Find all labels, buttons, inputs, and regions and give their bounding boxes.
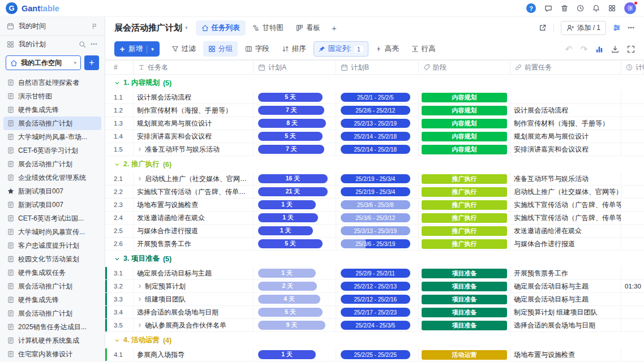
sidebar-project-item[interactable]: 企业绩效优化管理系统	[3, 171, 101, 184]
duration-bar[interactable]: 9 天	[258, 321, 325, 330]
date-range-bar[interactable]: 25/2/1 - 25/2/5	[341, 93, 410, 102]
stage-cell[interactable]: 内容规划	[419, 104, 510, 117]
expand-chevron-icon[interactable]	[137, 176, 143, 182]
date-range-bar[interactable]: 25/2/14 - 25/2/18	[341, 132, 410, 141]
task-name-cell[interactable]: 开展预售票务工作	[134, 238, 254, 250]
plan-b-cell[interactable]: 25/2/12 - 25/2/13	[336, 280, 419, 292]
add-workspace-button[interactable]: +	[84, 55, 99, 70]
plan-b-cell[interactable]: 25/2/9 - 25/2/11	[336, 267, 419, 279]
task-name-cell[interactable]: 参展商入场指导	[134, 348, 254, 361]
timer-cell[interactable]	[621, 238, 644, 250]
download-icon[interactable]	[611, 45, 619, 53]
duration-bar[interactable]: 5 天	[258, 308, 323, 317]
ganttable-logo[interactable]: G Ganttable	[6, 2, 59, 14]
plan-b-cell[interactable]: 25/2/17 - 25/2/23	[336, 306, 419, 318]
help-icon[interactable]: ?	[526, 3, 536, 13]
date-range-bar[interactable]: 25/3/13 - 25/3/19	[341, 226, 410, 235]
tab-gantt[interactable]: 甘特图	[247, 20, 290, 36]
notifications-icon[interactable]	[593, 5, 600, 12]
plan-a-cell[interactable]: 5 天	[254, 91, 336, 104]
stage-cell[interactable]: 推广执行	[419, 238, 510, 250]
date-range-bar[interactable]: 25/2/6 - 25/2/12	[341, 106, 410, 115]
plan-a-cell[interactable]: 5 天	[254, 130, 336, 143]
date-range-bar[interactable]: 25/3/6 - 25/3/12	[341, 213, 410, 222]
sort-button[interactable]: 排序	[277, 41, 311, 57]
plan-b-cell[interactable]: 25/2/1 - 25/2/5	[336, 91, 419, 104]
stage-cell[interactable]: 内容规划	[419, 91, 510, 104]
stage-cell[interactable]: 推广执行	[419, 199, 510, 211]
timer-cell[interactable]	[621, 319, 644, 331]
timer-cell[interactable]	[621, 117, 644, 130]
column-header-planA[interactable]: 计划A	[254, 61, 336, 74]
more-icon[interactable]: ⋯	[628, 24, 635, 32]
stage-cell[interactable]: 推广执行	[419, 212, 510, 224]
plan-b-cell[interactable]: 25/2/6 - 25/2/12	[336, 104, 419, 117]
stage-cell[interactable]: 推广执行	[419, 225, 510, 237]
predecessor-cell[interactable]: 确定展会活动目标与主题	[510, 293, 621, 305]
plan-a-cell[interactable]: 1 天	[254, 267, 336, 279]
timer-cell[interactable]	[621, 143, 644, 156]
predecessor-cell[interactable]: 启动线上推广（社交媒体、官网等）	[510, 186, 621, 198]
stage-cell[interactable]: 推广执行	[419, 186, 510, 198]
predecessor-cell[interactable]: 安排演讲嘉宾和会议议程	[510, 143, 621, 156]
date-range-bar[interactable]: 25/2/9 - 25/2/11	[341, 269, 410, 278]
duration-bar[interactable]: 1 天	[258, 213, 318, 222]
predecessor-cell[interactable]: 选择合适的展会场地与日期	[510, 319, 621, 331]
predecessor-cell[interactable]: 准备互动环节与娱乐活动	[510, 173, 621, 185]
sidebar-project-item[interactable]: 住宅室内装修设计	[3, 347, 101, 361]
column-header-num[interactable]: #	[105, 61, 134, 74]
task-name-cell[interactable]: 与媒体合作进行报道	[134, 225, 254, 237]
sidebar-project-item[interactable]: 展会活动推广计划	[3, 157, 101, 171]
column-header-stage[interactable]: 阶段	[419, 61, 510, 74]
column-header-planB[interactable]: 计划B	[336, 61, 419, 74]
row-height-button[interactable]: 行高	[406, 41, 441, 57]
date-range-bar[interactable]: 25/2/14 - 25/2/18	[341, 145, 410, 154]
expand-chevron-icon[interactable]	[137, 146, 143, 152]
date-range-bar[interactable]: 25/2/17 - 25/2/23	[341, 308, 410, 317]
undo-icon[interactable]: ↶	[565, 45, 573, 53]
predecessor-cell[interactable]: 设计展会活动流程	[510, 104, 621, 117]
history-icon[interactable]	[577, 5, 584, 12]
timer-cell[interactable]	[621, 130, 644, 143]
tab-task-list[interactable]: 任务列表	[196, 20, 246, 36]
duration-bar[interactable]: 4 天	[258, 295, 320, 304]
plan-b-cell[interactable]: 25/3/6 - 25/3/19	[336, 238, 419, 250]
timer-cell[interactable]: 01:30	[621, 280, 644, 292]
task-name-cell[interactable]: 准备互动环节与娱乐活动	[134, 143, 254, 156]
sidebar-project-item[interactable]: 计算机硬件系统集成	[3, 334, 101, 347]
plan-b-cell[interactable]: 25/3/6 - 25/3/8	[336, 199, 419, 211]
date-range-bar[interactable]: 25/2/13 - 25/2/19	[341, 119, 410, 128]
duration-bar[interactable]: 7 天	[258, 106, 324, 115]
sidebar-project-item[interactable]: 客户忠诚度提升计划	[3, 239, 101, 252]
plan-a-cell[interactable]: 7 天	[254, 104, 336, 117]
timer-cell[interactable]	[621, 91, 644, 104]
add-view-button[interactable]: +	[327, 20, 341, 36]
task-name-cell[interactable]: 规划展览布局与展位设计	[134, 117, 254, 130]
plan-a-cell[interactable]: 7 天	[254, 143, 336, 156]
plan-a-cell[interactable]: 5 天	[254, 306, 336, 318]
plan-a-cell[interactable]: 16 天	[254, 173, 336, 185]
stage-cell[interactable]: 项目准备	[419, 267, 510, 279]
plan-b-cell[interactable]: 25/2/12 - 25/2/16	[336, 293, 419, 305]
task-name-cell[interactable]: 确定展会活动目标与主题	[134, 267, 254, 279]
group-header[interactable]: 2. 推广执行(6)	[105, 156, 644, 173]
plan-b-cell[interactable]: 25/2/14 - 25/2/18	[336, 143, 419, 156]
trash-icon[interactable]	[561, 5, 568, 12]
timer-cell[interactable]	[621, 293, 644, 305]
predecessor-cell[interactable]: 发送邀请函给潜在观众	[510, 225, 621, 237]
date-range-bar[interactable]: 25/2/12 - 25/2/16	[341, 295, 410, 304]
tab-kanban[interactable]: 看板	[290, 20, 326, 36]
date-range-bar[interactable]: 25/2/19 - 25/3/4	[341, 187, 410, 196]
task-name-cell[interactable]: 制定预算计划	[134, 280, 254, 292]
timer-cell[interactable]	[621, 104, 644, 117]
page-title[interactable]: 展会活动推广计划 ▾	[114, 23, 188, 33]
stage-cell[interactable]: 内容规划	[419, 143, 510, 156]
share-icon[interactable]	[539, 24, 547, 32]
duration-bar[interactable]: 5 天	[258, 93, 323, 102]
chart-icon[interactable]	[595, 45, 603, 53]
add-member-button[interactable]: 添加 / 1	[561, 21, 606, 35]
avatar[interactable]: 张	[624, 2, 636, 14]
plan-a-cell[interactable]: 4 天	[254, 293, 336, 305]
predecessor-cell[interactable]: 确定展会活动目标与主题	[510, 280, 621, 292]
group-header[interactable]: 4. 活动运营(4)	[105, 332, 644, 348]
